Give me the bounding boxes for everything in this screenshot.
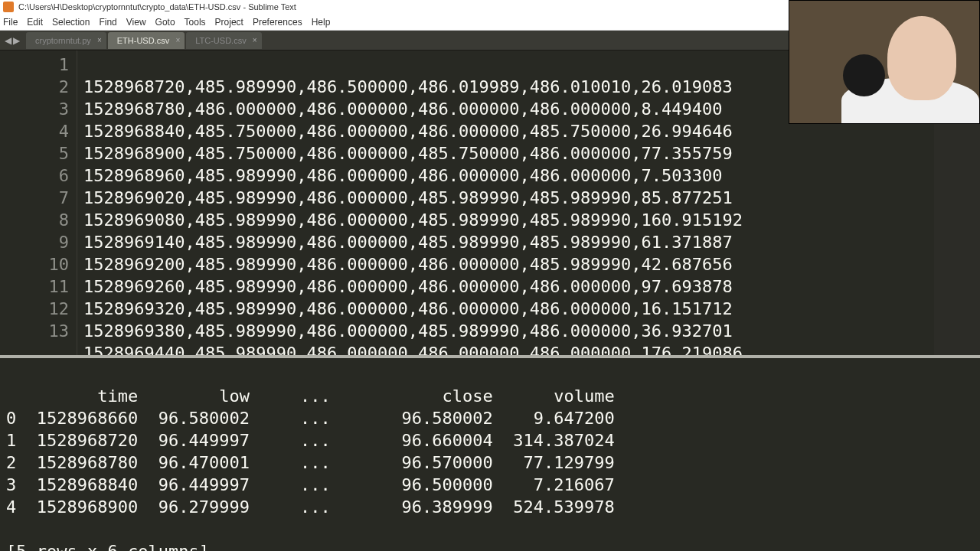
line-number: 3 [0, 98, 69, 120]
line-number: 1 [0, 54, 69, 76]
code-line: 1528968900,485.750000,486.000000,485.750… [83, 142, 980, 165]
nav-back-icon[interactable]: ◀ [5, 35, 11, 46]
close-icon[interactable]: × [97, 36, 102, 44]
code-line: 1528969380,485.989990,486.000000,485.989… [83, 320, 980, 342]
sublime-icon [3, 2, 14, 12]
menu-preferences[interactable]: Preferences [253, 17, 302, 28]
menu-help[interactable]: Help [312, 17, 331, 28]
terminal-row: 2 1528968780 96.470001 ... 96.570000 77.… [6, 452, 974, 474]
line-number: 6 [0, 165, 69, 187]
line-number-gutter: 1 2 3 4 5 6 7 8 9 10 11 12 13 [0, 51, 77, 355]
line-number: 9 [0, 231, 69, 253]
terminal-footer: [5 rows x 6 columns] [6, 540, 974, 551]
code-line: 1528969020,485.989990,486.000000,485.989… [83, 187, 980, 209]
terminal-blank [6, 518, 974, 540]
menu-find[interactable]: Find [99, 17, 116, 28]
nav-forward-icon[interactable]: ▶ [13, 35, 20, 46]
line-number: 7 [0, 187, 69, 209]
terminal-header: time low ... close volume [6, 385, 974, 407]
line-number: 11 [0, 276, 69, 298]
line-number: 2 [0, 76, 69, 98]
webcam-person-face [887, 16, 956, 100]
line-number: 13 [0, 320, 69, 342]
tab-label: ETH-USD.csv [117, 36, 169, 45]
close-icon[interactable]: × [253, 36, 257, 44]
menu-goto[interactable]: Goto [155, 17, 175, 28]
menu-selection[interactable]: Selection [52, 17, 90, 28]
tab-cryptornntut[interactable]: cryptornntut.py × [26, 32, 106, 49]
nav-arrows[interactable]: ◀ ▶ [5, 35, 20, 46]
line-number: 12 [0, 298, 69, 320]
terminal-row: 3 1528968840 96.449997 ... 96.500000 7.2… [6, 474, 974, 496]
code-line: 1528969200,485.989990,486.000000,486.000… [83, 253, 980, 276]
code-line: 1528968960,485.989990,486.000000,486.000… [83, 165, 980, 187]
menu-tools[interactable]: Tools [185, 17, 206, 28]
code-line: 1528969260,485.989990,486.000000,486.000… [83, 276, 980, 298]
webcam-microphone [843, 54, 885, 96]
tab-eth-usd[interactable]: ETH-USD.csv × [108, 32, 185, 49]
tab-label: LTC-USD.csv [195, 36, 246, 45]
line-number: 10 [0, 253, 69, 276]
webcam-overlay [789, 0, 980, 124]
terminal-pane[interactable]: time low ... close volume0 1528968660 96… [0, 358, 980, 551]
code-line: 1528969140,485.989990,486.000000,485.989… [83, 231, 980, 253]
menu-file[interactable]: File [3, 17, 18, 28]
menu-view[interactable]: View [126, 17, 146, 28]
terminal-row: 1 1528968720 96.449997 ... 96.660004 314… [6, 429, 974, 452]
line-number: 4 [0, 120, 69, 142]
menu-edit[interactable]: Edit [27, 17, 43, 28]
close-icon[interactable]: × [175, 36, 180, 44]
code-line: 1528969440,485.989990,486.000000,486.000… [83, 342, 980, 355]
line-number: 5 [0, 142, 69, 165]
line-number: 8 [0, 209, 69, 231]
window-title: C:\Users\H\Desktop\cryptornntut\crypto_d… [18, 2, 296, 11]
terminal-row: 4 1528968900 96.279999 ... 96.389999 524… [6, 496, 974, 518]
tab-ltc-usd[interactable]: LTC-USD.csv × [186, 32, 261, 49]
terminal-row: 0 1528968660 96.580002 ... 96.580002 9.6… [6, 407, 974, 429]
code-line: 1528969080,485.989990,486.000000,485.989… [83, 209, 980, 231]
tab-label: cryptornntut.py [35, 36, 91, 45]
code-line: 1528969320,485.989990,486.000000,486.000… [83, 298, 980, 320]
menu-project[interactable]: Project [215, 17, 243, 28]
